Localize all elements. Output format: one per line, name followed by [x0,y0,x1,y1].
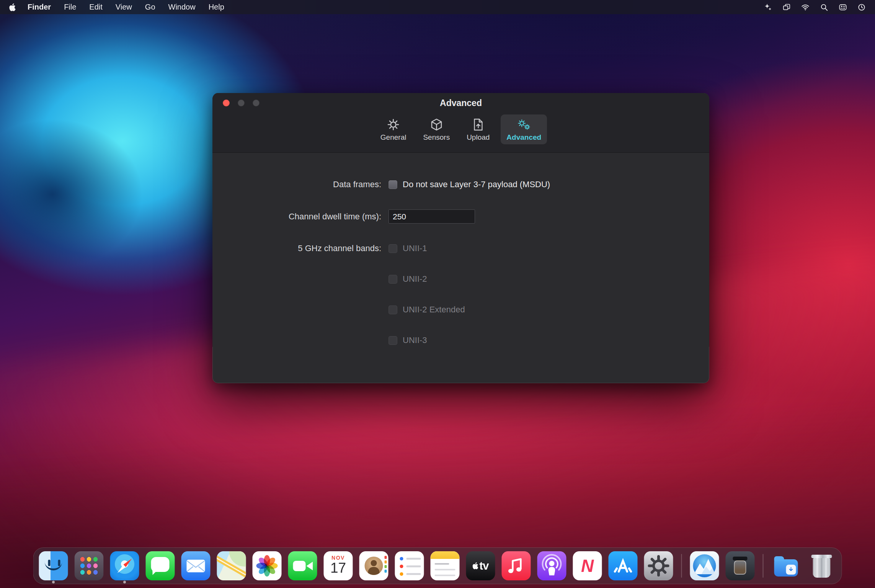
menu-item-finder[interactable]: Finder [21,3,57,11]
downloads-folder-icon [772,551,801,580]
dock-mail[interactable] [181,551,211,580]
trash-icon [807,551,836,580]
notes-icon [431,551,460,580]
upload-document-icon [472,118,485,131]
dock-separator [763,554,764,578]
tab-advanced[interactable]: Advanced [501,114,547,144]
running-indicator [123,581,126,583]
dwell-time-input[interactable] [389,209,475,224]
preferences-toolbar: General Sensors Upload [212,113,709,152]
tab-general[interactable]: General [375,114,412,144]
wifi-icon[interactable] [801,3,810,11]
advanced-pane: Data frames: Do not save Layer 3-7 paylo… [212,153,709,347]
dock: NOV 17 [33,547,842,584]
podcasts-icon [537,551,566,580]
dock-finder[interactable] [39,551,68,580]
unii-2-extended-label: UNII-2 Extended [403,305,465,315]
msdu-checkbox-label: Do not save Layer 3-7 payload (MSDU) [403,180,550,189]
facetime-camera-icon [288,551,317,580]
sparkles-icon[interactable] [764,3,772,11]
finder-icon [39,551,68,580]
reminders-icon [395,551,424,580]
apple-logo-icon [473,562,478,569]
dock-downloads[interactable] [772,551,801,580]
unii-2-extended-option: UNII-2 Extended [389,303,465,316]
dock-facetime[interactable] [288,551,317,580]
dock-calendar[interactable]: NOV 17 [324,551,353,580]
msdu-checkbox[interactable] [389,180,397,189]
double-gear-icon [517,118,531,131]
dock-jar-utility-app[interactable] [726,551,755,580]
apple-menu[interactable] [9,3,16,11]
menu-item-window[interactable]: Window [162,3,202,11]
dock-music[interactable] [502,551,531,580]
dock-news[interactable]: N [573,551,602,580]
window-title: Advanced [212,98,709,108]
advanced-preferences-window: Advanced General Sensors [212,93,709,383]
apple-logo-icon [9,3,16,11]
dock-messages[interactable] [146,551,175,580]
unii-2-label: UNII-2 [403,274,427,284]
unii-2-option: UNII-2 [389,273,427,286]
wifi-scanner-app-icon [690,551,719,580]
dock-reminders[interactable] [395,551,424,580]
tab-advanced-label: Advanced [506,133,541,142]
dock-apple-tv[interactable]: tv [466,551,495,580]
channel-bands-options: UNII-1 UNII-2 UNII-2 Extended UNII-3 [389,242,465,347]
windows-stack-icon[interactable] [782,3,791,11]
dock-podcasts[interactable] [537,551,566,580]
tab-sensors-label: Sensors [423,133,450,142]
window-titlebar[interactable]: Advanced [212,93,709,113]
dock-maps[interactable] [217,551,246,580]
jar-utility-app-icon [726,551,755,580]
search-icon[interactable] [820,3,828,11]
control-center-icon[interactable] [839,3,847,11]
menu-item-help[interactable]: Help [202,3,231,11]
tab-upload[interactable]: Upload [461,114,495,144]
data-frames-control: Do not save Layer 3-7 payload (MSDU) [389,180,550,189]
data-frames-row: Data frames: Do not save Layer 3-7 paylo… [212,178,709,191]
unii-3-option: UNII-3 [389,334,427,347]
photos-pinwheel-icon [253,551,282,580]
menu-item-edit[interactable]: Edit [83,3,109,11]
unii-1-option: UNII-1 [389,242,427,255]
window-header: Advanced General Sensors [212,93,709,152]
menu-item-file[interactable]: File [57,3,83,11]
dock-wifi-scanner-app[interactable] [690,551,719,580]
desktop: Finder File Edit View Go Window Help [0,0,875,588]
unii-3-label: UNII-3 [403,335,427,345]
tab-sensors[interactable]: Sensors [417,114,455,144]
clock-icon[interactable] [857,3,866,11]
news-icon: N [573,551,602,580]
news-letter: N [581,555,594,576]
maps-icon [217,551,246,580]
dwell-time-label: Channel dwell time (ms): [212,210,381,223]
dock-notes[interactable] [431,551,460,580]
unii-1-checkbox [389,244,397,253]
menu-item-view[interactable]: View [109,3,139,11]
dock-app-store[interactable] [609,551,638,580]
contacts-icon [359,551,389,580]
running-indicator [52,581,55,583]
dock-photos[interactable] [253,551,282,580]
dwell-time-row: Channel dwell time (ms): [212,209,709,224]
dock-launchpad[interactable] [75,551,104,580]
dock-contacts[interactable] [359,551,389,580]
calendar-icon: NOV 17 [324,551,353,580]
menu-bar-status-area [764,3,866,11]
gear-icon [387,118,400,131]
dock-safari[interactable] [110,551,139,580]
unii-1-label: UNII-1 [403,243,427,253]
menu-item-go[interactable]: Go [139,3,162,11]
menu-bar-left: Finder File Edit View Go Window Help [9,3,231,11]
music-note-icon [502,551,531,580]
tab-general-label: General [380,133,406,142]
calendar-day: 17 [330,561,346,576]
dock-system-preferences[interactable] [644,551,673,580]
dock-trash[interactable] [807,551,836,580]
channel-bands-row: 5 GHz channel bands: UNII-1 UNII-2 UNII-… [212,242,709,347]
tab-upload-label: Upload [467,133,490,142]
unii-2-extended-checkbox [389,305,397,314]
unii-3-checkbox [389,336,397,345]
system-preferences-gear-icon [644,551,673,580]
